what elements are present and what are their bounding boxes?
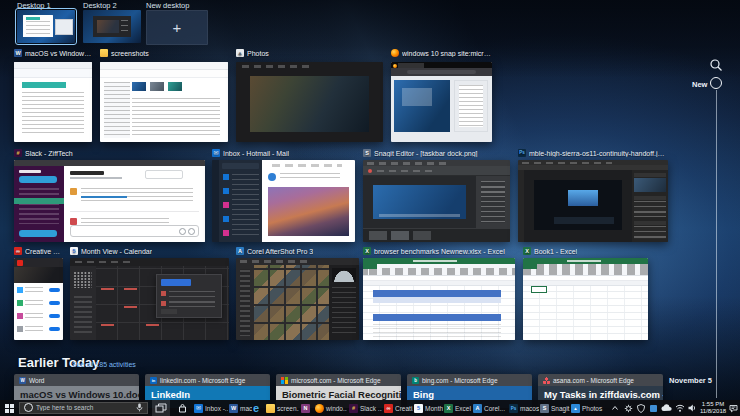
window-thumb-firefox[interactable] bbox=[391, 62, 492, 142]
excel-icon: X bbox=[444, 404, 453, 413]
onedrive-cloud-icon bbox=[661, 404, 672, 412]
hidden-icons-button[interactable] bbox=[609, 400, 621, 416]
new-desktop-button[interactable]: + bbox=[146, 10, 208, 45]
taskbar-app-snagit[interactable]: S Snagit... bbox=[540, 400, 570, 416]
calendar-event-5 bbox=[124, 288, 137, 290]
see-all-activities-link[interactable]: See all 185 activities bbox=[72, 361, 136, 368]
window-thumb-calendar[interactable] bbox=[70, 258, 229, 340]
aftershot-folder-tree bbox=[236, 265, 254, 340]
folder-icon bbox=[266, 404, 275, 413]
cc-app-icon-3 bbox=[17, 313, 23, 319]
window-thumb-excel-benchmarks[interactable] bbox=[363, 258, 515, 340]
taskbar-app-label: Snagit... bbox=[551, 405, 570, 412]
desktop-2-thumbnail[interactable] bbox=[83, 10, 141, 43]
tray-onedrive[interactable] bbox=[660, 400, 673, 416]
store-button[interactable] bbox=[174, 400, 190, 416]
photoshop-layers-panel bbox=[634, 226, 666, 239]
task-view-button[interactable] bbox=[152, 400, 170, 416]
photos-icon: ▲ bbox=[236, 49, 244, 57]
desktop-1-thumbnail[interactable] bbox=[17, 10, 75, 43]
creative-cloud-icon: ∞ bbox=[384, 404, 393, 413]
task-view-screen: Desktop 1 Desktop 2 New desktop + New No… bbox=[0, 0, 740, 416]
cc-button-3 bbox=[49, 314, 60, 318]
new-desktop-label: New desktop bbox=[146, 1, 189, 10]
asana-icon bbox=[543, 377, 550, 384]
taskbar-app-mail[interactable]: ✉ Inbox -... bbox=[194, 400, 228, 416]
taskbar-app-corel[interactable]: A Corel... bbox=[473, 400, 507, 416]
calendar-popup-row-1 bbox=[169, 291, 215, 297]
window-thumb-mail[interactable] bbox=[212, 160, 355, 242]
window-thumb-excel-book1[interactable] bbox=[523, 258, 648, 340]
taskbar-app-slack[interactable]: # Slack ... bbox=[349, 400, 382, 416]
activity-card-source: Word bbox=[29, 377, 44, 384]
word-doc-text bbox=[22, 92, 84, 136]
window-thumb-aftershot[interactable] bbox=[236, 258, 359, 340]
cc-titlebar bbox=[14, 258, 63, 267]
window-thumb-word[interactable] bbox=[14, 62, 92, 142]
task-view-icon bbox=[155, 403, 167, 413]
mail-nav-rail bbox=[212, 160, 219, 242]
microsoft-icon bbox=[281, 377, 288, 384]
taskbar-search[interactable] bbox=[19, 402, 148, 414]
timeline-rail[interactable] bbox=[716, 90, 717, 398]
window-thumb-photos[interactable] bbox=[236, 62, 383, 142]
tray-security[interactable] bbox=[635, 400, 647, 416]
window-label-excel-benchmarks: X browser benchmarks Newnew.xlsx - Excel bbox=[363, 246, 515, 256]
action-center-button[interactable] bbox=[727, 400, 740, 416]
snagit-tray bbox=[363, 229, 510, 242]
snagit-menubar bbox=[367, 162, 447, 165]
taskbar-app-calendar[interactable]: 5 Month... bbox=[414, 400, 443, 416]
taskbar-app-excel[interactable]: X Excel bbox=[444, 400, 472, 416]
window-label-firefox: windows 10 snap site:microsoft.co... bbox=[391, 48, 492, 58]
snagit-canvas bbox=[363, 176, 476, 228]
tray-app-badge[interactable] bbox=[648, 400, 659, 416]
firefox-icon bbox=[315, 404, 324, 413]
timeline-scrubber-knob[interactable] bbox=[710, 77, 722, 89]
aftershot-histogram bbox=[332, 268, 356, 282]
taskbar-app-word[interactable]: W macO... bbox=[229, 400, 252, 416]
window-thumb-photoshop[interactable] bbox=[518, 160, 668, 242]
explorer-titlebar bbox=[100, 62, 228, 70]
volume-icon bbox=[688, 404, 697, 412]
snagit-tray-thumb-3 bbox=[413, 231, 431, 240]
excel2-sheet-grid bbox=[523, 286, 648, 340]
cc-app-text-4 bbox=[25, 326, 43, 332]
plus-icon: + bbox=[173, 19, 182, 36]
mail-search bbox=[222, 163, 259, 169]
word-icon: W bbox=[14, 49, 22, 57]
aftershot-icon: A bbox=[236, 247, 244, 255]
excel1-subheader-band bbox=[373, 297, 501, 303]
taskbar-app-onenote[interactable]: N bbox=[301, 400, 313, 416]
search-icon bbox=[709, 58, 723, 72]
taskbar-app-photoshop[interactable]: Ps macos... bbox=[509, 400, 539, 416]
window-thumb-creative-cloud[interactable] bbox=[14, 258, 63, 340]
start-button[interactable] bbox=[0, 400, 18, 416]
taskbar-app-label: macos... bbox=[520, 405, 539, 412]
tray-volume[interactable] bbox=[686, 400, 698, 416]
timeline-search-button[interactable] bbox=[709, 58, 723, 76]
activity-card-asana-header: asana.com - Microsoft Edge bbox=[538, 374, 663, 386]
tray-network[interactable] bbox=[674, 400, 686, 416]
search-input[interactable] bbox=[36, 404, 133, 411]
snagit-toolbar bbox=[363, 166, 510, 176]
explorer-file-list bbox=[132, 98, 220, 136]
microphone-icon[interactable] bbox=[136, 403, 143, 412]
taskbar-app-creative-cloud[interactable]: ∞ Creati... bbox=[384, 400, 413, 416]
calendar-popup-button bbox=[161, 279, 191, 286]
window-thumb-snagit[interactable] bbox=[363, 160, 510, 242]
slack-input-icon-1 bbox=[179, 228, 186, 235]
timeline-new-label: New bbox=[692, 80, 707, 89]
window-thumb-slack[interactable] bbox=[14, 160, 205, 242]
aftershot-right-panel bbox=[329, 265, 359, 340]
shield-icon bbox=[637, 404, 645, 413]
tray-settings[interactable] bbox=[622, 400, 634, 416]
taskbar-clock[interactable]: 1:55 PM 11/8/2018 bbox=[698, 400, 728, 416]
taskbar-app-label: Corel... bbox=[484, 405, 505, 412]
wifi-icon bbox=[675, 404, 685, 412]
window-thumb-explorer[interactable] bbox=[100, 62, 228, 142]
taskbar-app-file-explorer[interactable]: screen... bbox=[266, 400, 299, 416]
taskbar-app-photos[interactable]: ▲ Photos bbox=[571, 400, 603, 416]
excel-icon: X bbox=[523, 247, 531, 255]
taskbar-app-edge[interactable]: e bbox=[253, 400, 265, 416]
taskbar-app-firefox[interactable]: windo... bbox=[315, 400, 347, 416]
